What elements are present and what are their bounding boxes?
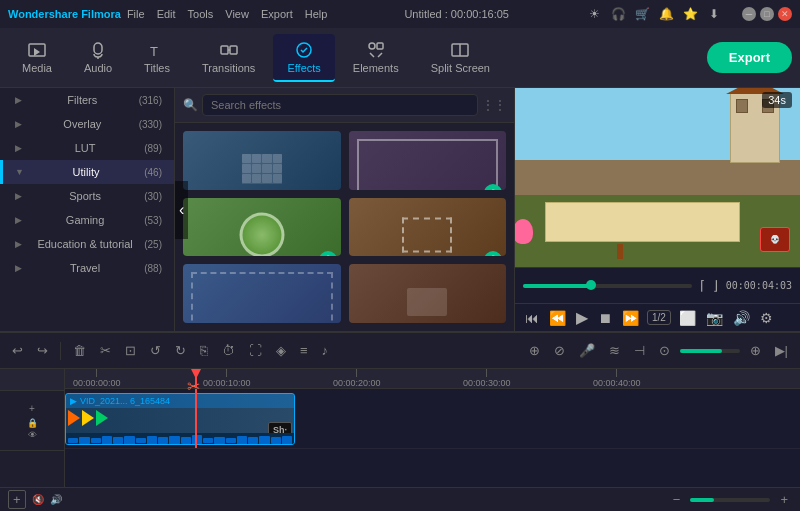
step-forward-button[interactable]: ⏩ <box>620 308 641 328</box>
toolbar-splitscreen[interactable]: Split Screen <box>417 34 504 82</box>
effect-button[interactable]: ◈ <box>272 341 290 360</box>
add-track-button[interactable]: + <box>8 490 26 509</box>
bracket-open[interactable]: ⌈ <box>700 278 705 293</box>
step-back-button[interactable]: ⏪ <box>547 308 568 328</box>
skip-back-button[interactable]: ⏮ <box>523 308 541 328</box>
speaker-icon[interactable]: 🔊 <box>50 494 62 505</box>
lock-button[interactable]: ⊙ <box>655 341 674 360</box>
camera-icon[interactable]: 📷 <box>704 308 725 328</box>
timeline-zoom-bar[interactable] <box>690 498 770 502</box>
category-sports[interactable]: ▶ Sports (30) <box>0 184 174 208</box>
category-lut[interactable]: ▶ LUT (89) <box>0 136 174 160</box>
search-input[interactable] <box>202 94 478 116</box>
toolbar-audio-label: Audio <box>84 62 112 74</box>
category-overlay[interactable]: ▶ Overlay (330) <box>0 112 174 136</box>
category-gaming[interactable]: ▶ Gaming (53) <box>0 208 174 232</box>
audio-wave-button[interactable]: ≋ <box>605 341 624 360</box>
menu-tools[interactable]: Tools <box>188 8 214 20</box>
toolbar-audio[interactable]: Audio <box>70 34 126 82</box>
rotate-left-button[interactable]: ↺ <box>146 341 165 360</box>
menu-help[interactable]: Help <box>305 8 328 20</box>
zoom-slider[interactable] <box>680 349 740 353</box>
effect-card-image-mask[interactable]: ⬇ Image Mask <box>183 198 341 257</box>
toolbar-effects[interactable]: Effects <box>273 34 334 82</box>
star-icon[interactable]: ⭐ <box>682 6 698 22</box>
category-count: (316) <box>139 95 162 106</box>
menu-edit[interactable]: Edit <box>157 8 176 20</box>
delete-button[interactable]: 🗑 <box>69 341 90 360</box>
fullscreen-button[interactable]: ⛶ <box>245 341 266 360</box>
stop-button[interactable]: ⏹ <box>596 308 614 328</box>
magnet-button[interactable]: ⊘ <box>550 341 569 360</box>
menu-export[interactable]: Export <box>261 8 293 20</box>
zoom-in-button[interactable]: + <box>776 490 792 509</box>
redo-button[interactable]: ↪ <box>33 341 52 360</box>
clip-name: VID_2021... 6_165484 <box>80 396 170 406</box>
arrow-icon: ▼ <box>15 167 24 177</box>
effect-card-6[interactable] <box>349 264 507 323</box>
bell-icon[interactable]: 🔔 <box>658 6 674 22</box>
more-button[interactable]: ▶| <box>771 341 792 360</box>
play-button[interactable]: ▶ <box>574 306 590 329</box>
video-clip[interactable]: ▶ VID_2021... 6_165484 Sh· <box>65 393 295 445</box>
download-icon[interactable]: ⬇ <box>706 6 722 22</box>
maximize-button[interactable]: □ <box>760 7 774 21</box>
progress-handle[interactable] <box>586 280 596 290</box>
effect-card-5[interactable] <box>183 264 341 323</box>
tree-trunk <box>617 244 623 259</box>
rotate-right-button[interactable]: ↻ <box>171 341 190 360</box>
minimize-button[interactable]: ─ <box>742 7 756 21</box>
snap-button[interactable]: ⊕ <box>525 341 544 360</box>
toolbar-titles[interactable]: T Titles <box>130 34 184 82</box>
preview-progress-bar[interactable] <box>523 284 692 288</box>
volume-icon[interactable]: 🔊 <box>731 308 752 328</box>
track-lock-icon[interactable]: 🔒 <box>27 418 38 428</box>
screen-icon[interactable]: ⬜ <box>677 308 698 328</box>
effect-card-border[interactable]: ⬇ Border <box>349 131 507 190</box>
close-button[interactable]: ✕ <box>778 7 792 21</box>
track-eye-icon[interactable]: 👁 <box>28 430 37 440</box>
category-label: Education & tutorial <box>37 238 132 250</box>
category-education[interactable]: ▶ Education & tutorial (25) <box>0 232 174 256</box>
menu-view[interactable]: View <box>225 8 249 20</box>
category-travel[interactable]: ▶ Travel (88) <box>0 256 174 280</box>
category-filters[interactable]: ▶ Filters (316) <box>0 88 174 112</box>
category-utility[interactable]: ▼ Utility (46) <box>0 160 174 184</box>
menu-bar[interactable]: File Edit Tools View Export Help <box>127 8 327 20</box>
mute-icon[interactable]: 🔇 <box>32 494 44 505</box>
category-count: (330) <box>139 119 162 130</box>
speed-button[interactable]: 1/2 <box>647 310 671 325</box>
export-button[interactable]: Export <box>707 42 792 73</box>
title-bar: Wondershare Filmora File Edit Tools View… <box>0 0 800 28</box>
svg-point-6 <box>369 43 375 49</box>
effect-thumb-6 <box>349 264 507 323</box>
sun-icon[interactable]: ☀ <box>586 6 602 22</box>
track-add-button[interactable]: + <box>25 401 39 416</box>
shop-icon[interactable]: 🛒 <box>634 6 650 22</box>
grid-options-icon[interactable]: ⋮⋮ <box>482 98 506 112</box>
tree-top <box>515 219 533 244</box>
toolbar-transitions[interactable]: Transitions <box>188 34 269 82</box>
align-button[interactable]: ≡ <box>296 341 312 360</box>
mic-button[interactable]: 🎤 <box>575 341 599 360</box>
toolbar-elements[interactable]: Elements <box>339 34 413 82</box>
split-button[interactable]: ⊣ <box>630 341 649 360</box>
headphone-icon[interactable]: 🎧 <box>610 6 626 22</box>
category-label: Gaming <box>66 214 105 226</box>
toolbar-media[interactable]: Media <box>8 34 66 82</box>
crop-button[interactable]: ⊡ <box>121 341 140 360</box>
prev-arrow-button[interactable]: ‹ <box>175 181 188 239</box>
preview-panel: 💀 34s ⌈ ⌋ 00:00:04:03 ⏮ ⏪ ▶ ⏹ ⏩ 1/2 ⬜ 📷 … <box>515 88 800 331</box>
effect-card-mosaic[interactable]: Mosaic <box>183 131 341 190</box>
settings-icon[interactable]: ⚙ <box>758 308 775 328</box>
effect-card-shape-mask[interactable]: ⬇ Shape Mask <box>349 198 507 257</box>
audio-edit-button[interactable]: ♪ <box>318 341 333 360</box>
copy-button[interactable]: ⎘ <box>196 341 212 360</box>
bracket-close[interactable]: ⌋ <box>713 278 718 293</box>
menu-file[interactable]: File <box>127 8 145 20</box>
cut-button[interactable]: ✂ <box>96 341 115 360</box>
zoom-out-button[interactable]: − <box>669 490 685 509</box>
timer-button[interactable]: ⏱ <box>218 341 239 360</box>
undo-button[interactable]: ↩ <box>8 341 27 360</box>
zoom-icon[interactable]: ⊕ <box>746 341 765 360</box>
